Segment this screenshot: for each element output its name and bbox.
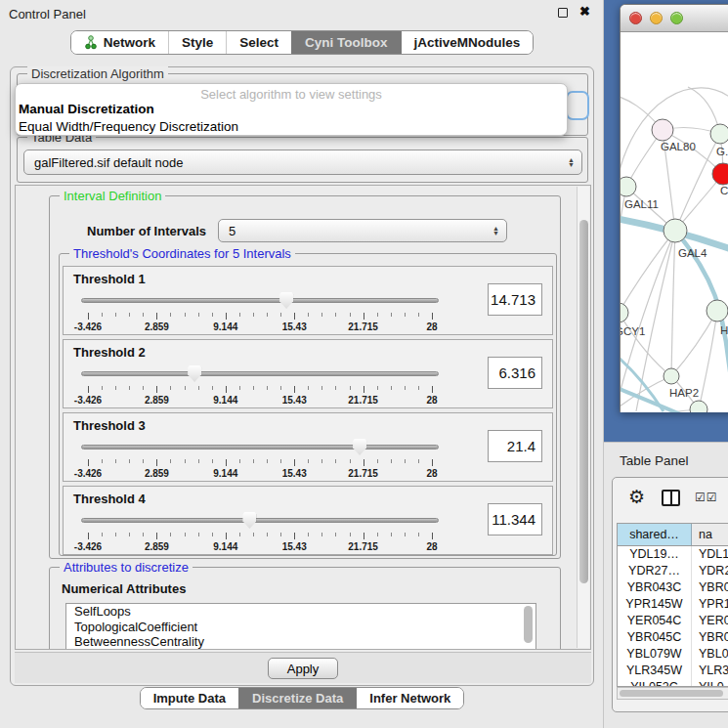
threshold-panel-1: Threshold 1-3.4262.8599.14415.4321.71528… (63, 266, 553, 335)
network-node-gal11[interactable] (621, 177, 636, 196)
slider-track[interactable] (81, 445, 439, 450)
interval-definition-group: Interval Definition Number of Intervals … (49, 195, 561, 559)
numerical-attributes-label: Numerical Attributes (62, 581, 186, 596)
tab-cyni-toolbox[interactable]: Cyni Toolbox (291, 31, 401, 54)
table-row[interactable]: YBR045CYBR0 (618, 629, 728, 646)
slider-ticks (88, 386, 432, 394)
cell: YLR345W (618, 663, 692, 679)
node-table: shared…na YDL19…YDL1YDR27…YDR2YBR043CYBR… (617, 523, 728, 687)
algorithm-combobox[interactable] (566, 91, 589, 120)
slider-track[interactable] (81, 298, 439, 303)
table-toolbar: ⚙ ☑☑ (613, 478, 728, 521)
float-window-icon[interactable] (558, 8, 568, 18)
slider-ticks (88, 313, 432, 321)
slider-handle[interactable] (188, 365, 201, 382)
settings-scrollpane: Interval Definition Number of Intervals … (15, 185, 591, 650)
tab-select[interactable]: Select (226, 31, 291, 54)
minimize-light[interactable] (650, 12, 663, 24)
tick-label: 15.43 (282, 468, 307, 479)
network-node-gcy1[interactable] (621, 303, 628, 322)
cell: YLR3 (692, 663, 728, 679)
network-canvas[interactable]: GAL80G.CGAL11GAL4GCY1HHAP2 (621, 32, 728, 412)
table-row[interactable]: YBL079WYBL0 (618, 646, 728, 663)
threshold-panel-4: Threshold 4-3.4262.8599.14415.4321.71528… (63, 486, 553, 555)
tab-style[interactable]: Style (168, 31, 226, 54)
tick-label: 9.144 (213, 321, 237, 332)
table-row[interactable]: YIL052CYIL0 (618, 679, 728, 687)
tick-label: 2.859 (145, 541, 169, 552)
slider-handle[interactable] (353, 439, 366, 455)
cell: YPR1 (692, 596, 728, 613)
tab-infer-network[interactable]: Infer Network (356, 688, 463, 708)
settings-vertical-scrollbar[interactable] (577, 187, 589, 648)
cell: YER054C (618, 613, 692, 629)
table-row[interactable]: YLR345WYLR3 (618, 663, 728, 679)
numerical-attributes-list[interactable]: SelfLoopsTopologicalCoefficientBetweenne… (65, 603, 536, 650)
group-title: Attributes to discretize (60, 560, 193, 575)
table-row[interactable]: YDR27…YDR2 (618, 563, 728, 579)
attribute-item-topologicalcoefficient[interactable]: TopologicalCoefficient (66, 620, 535, 635)
column-header-shared-name[interactable]: shared… (618, 524, 692, 545)
slider-handle[interactable] (279, 292, 293, 309)
tab-network[interactable]: Network (71, 31, 168, 54)
tick-label: -3.426 (74, 541, 102, 552)
split-columns-icon[interactable] (662, 490, 680, 506)
dropdown-option-manual-discretization[interactable]: Manual Discretization (16, 101, 567, 118)
threshold-value-field[interactable]: 6.316 (488, 357, 542, 389)
cell: YER0 (692, 613, 728, 629)
table-header-row: shared…na (618, 524, 728, 546)
column-header-name[interactable]: na (692, 524, 728, 545)
network-node-g[interactable] (710, 124, 728, 144)
node-label: GAL11 (624, 198, 659, 210)
network-node-h[interactable] (707, 300, 728, 321)
network-icon (84, 35, 98, 50)
attribute-item-selfloops[interactable]: SelfLoops (66, 604, 535, 620)
dropdown-option-equal-width-frequency[interactable]: Equal Width/Frequency Discretization (16, 118, 567, 136)
table-row[interactable]: YPR145WYPR1 (618, 596, 728, 613)
panel-title: Control Panel (9, 7, 86, 21)
tab-jactivemnodules[interactable]: jActiveMNodules (401, 31, 534, 54)
tick-label: 15.43 (282, 395, 307, 406)
close-light[interactable] (629, 12, 642, 24)
cell: YDL19… (618, 546, 692, 563)
slider-track[interactable] (81, 371, 439, 376)
table-data-combobox[interactable]: galFiltered.sif default node ▲▼ (23, 150, 582, 175)
network-window-titlebar[interactable] (621, 5, 728, 32)
network-node-hap2[interactable] (664, 368, 679, 384)
network-node-node[interactable] (690, 401, 707, 412)
control-panel: Control Panel ✖ NetworkStyleSelectCyni T… (0, 0, 604, 728)
attribute-item-betweennesscentrality[interactable]: BetweennessCentrality (66, 634, 535, 650)
select-columns-checkboxes-icon[interactable]: ☑☑ (695, 491, 718, 504)
tab-label: Infer Network (369, 691, 450, 706)
network-node-gal80[interactable] (652, 119, 673, 141)
cell: YDR27… (618, 563, 692, 579)
table-data-group: Table Data galFiltered.sif default node … (17, 137, 588, 183)
table-row[interactable]: YER054CYER0 (618, 613, 728, 629)
tab-discretize-data[interactable]: Discretize Data (238, 688, 356, 708)
list-scrollbar[interactable] (524, 606, 534, 649)
network-window: GAL80G.CGAL11GAL4GCY1HHAP2 (620, 4, 728, 412)
threshold-value-field[interactable]: 14.713 (488, 283, 542, 316)
gear-icon[interactable]: ⚙ (628, 486, 645, 508)
tab-impute-data[interactable]: Impute Data (141, 688, 238, 708)
tab-label: jActiveMNodules (414, 35, 521, 50)
apply-button[interactable]: Apply (268, 658, 338, 679)
tab-label: Cyni Toolbox (305, 35, 388, 50)
tick-label: 2.859 (145, 395, 169, 406)
table-horizontal-scrollbar[interactable] (617, 687, 728, 700)
slider-handle[interactable] (242, 512, 256, 529)
network-node-gal4[interactable] (664, 219, 687, 242)
network-edge (671, 231, 675, 376)
table-row[interactable]: YDL19…YDL1 (618, 546, 728, 563)
threshold-value-field[interactable]: 21.4 (488, 430, 542, 462)
close-icon[interactable]: ✖ (579, 4, 590, 19)
zoom-light[interactable] (670, 12, 683, 24)
table-row[interactable]: YBR043CYBR0 (618, 579, 728, 596)
tick-label: -3.426 (74, 468, 102, 479)
group-title: Threshold's Coordinates for 5 Intervals (69, 246, 295, 261)
threshold-value-field[interactable]: 11.344 (488, 503, 542, 535)
number-of-intervals-combobox[interactable]: 5 ▲▼ (218, 219, 507, 242)
slider-tick-labels: -3.4262.8599.14415.4321.71528 (88, 541, 432, 553)
slider-track[interactable] (81, 518, 439, 523)
number-of-intervals-label: Number of Intervals (87, 224, 206, 238)
